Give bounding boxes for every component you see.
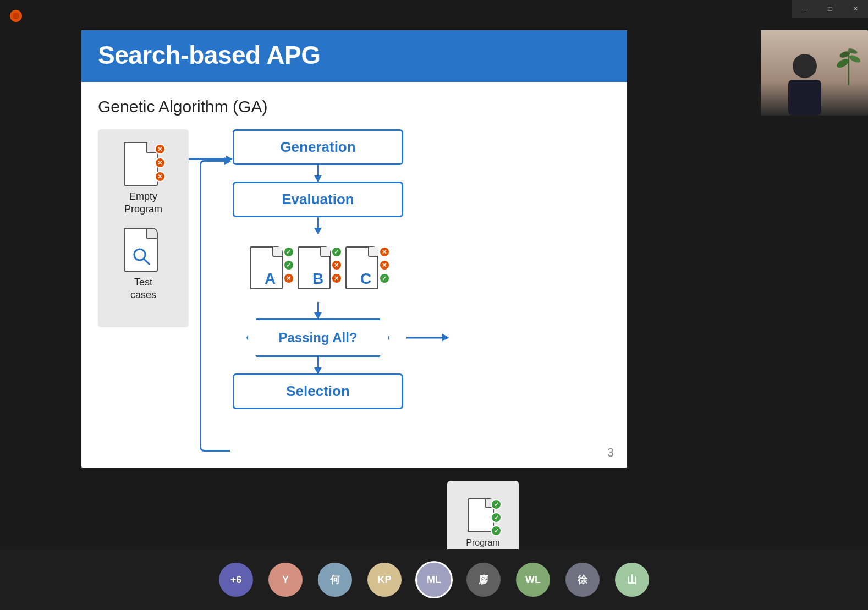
- prog-c-letter: C: [360, 270, 371, 288]
- maximize-button[interactable]: □: [817, 0, 843, 18]
- slide-header: Search-based APG: [81, 30, 627, 82]
- avatar-2-label: Y: [282, 574, 289, 586]
- passing-all-diamond: Passing All?: [246, 318, 389, 357]
- diamond-to-selection-arrow: [317, 357, 319, 373]
- program-result-label: Program: [466, 538, 499, 548]
- diagram-area: ✕ ✕ ✕ EmptyProgram: [98, 129, 611, 409]
- prog-c-x-1: ✕: [379, 246, 390, 257]
- left-panel: ✕ ✕ ✕ EmptyProgram: [98, 129, 189, 327]
- badge-x-2: ✕: [155, 157, 166, 168]
- avatar-2[interactable]: Y: [268, 563, 303, 597]
- prog-c-badges: ✕ ✕ ✓: [379, 246, 390, 284]
- person-silhouette: [777, 50, 832, 116]
- eval-to-progs-arrow: [317, 217, 319, 234]
- page-number: 3: [607, 446, 614, 460]
- slide-body: Genetic Algorithm (GA) ✕ ✕ ✕ EmptyProgra…: [81, 82, 627, 425]
- avatar-9[interactable]: 山: [615, 563, 649, 597]
- passing-to-program-arrow: [406, 337, 448, 339]
- prog-b-x-2: ✕: [331, 273, 342, 284]
- avatar-9-label: 山: [627, 573, 637, 586]
- prog-a-letter: A: [265, 270, 276, 288]
- result-badges: ✓ ✓ ✓: [491, 499, 502, 536]
- slide-subtitle: Genetic Algorithm (GA): [98, 97, 611, 116]
- gen-to-eval-arrow: [317, 165, 319, 182]
- avatar-4-label: KP: [377, 574, 391, 586]
- prog-a-check-2: ✓: [283, 260, 294, 271]
- doc-body: [124, 142, 158, 186]
- result-check-3: ✓: [491, 525, 502, 536]
- program-b-doc: B ✓ ✕ ✕: [298, 244, 339, 292]
- close-button[interactable]: ✕: [843, 0, 868, 18]
- prog-a-check-1: ✓: [283, 246, 294, 257]
- prog-b-x-1: ✕: [331, 260, 342, 271]
- prog-b-check-1: ✓: [331, 246, 342, 257]
- generation-box: Generation: [233, 129, 403, 165]
- diamond-container: Passing All? ✓ ✓ ✓: [233, 318, 403, 357]
- slide-container: Search-based APG Genetic Algorithm (GA) …: [81, 30, 627, 468]
- badge-x-3: ✕: [155, 171, 166, 182]
- program-a-doc: A ✓ ✓ ✕: [250, 244, 291, 292]
- participant-1: +6: [219, 563, 253, 597]
- participant-9: 山: [615, 563, 649, 597]
- program-result-doc-body: [468, 498, 494, 532]
- svg-point-5: [793, 54, 817, 78]
- avatar-6-label: 廖: [479, 573, 488, 586]
- svg-point-2: [848, 54, 861, 64]
- participant-7: WL: [516, 563, 550, 597]
- empty-program-icon: ✕ ✕ ✕: [124, 139, 163, 186]
- prog-c-check-1: ✓: [379, 273, 390, 284]
- avatar-1-label: +6: [230, 574, 242, 586]
- avatar-6[interactable]: 廖: [466, 563, 501, 597]
- svg-line-8: [144, 259, 149, 264]
- prog-a-badges: ✓ ✓ ✕: [283, 246, 294, 284]
- minimize-button[interactable]: —: [792, 0, 817, 18]
- progs-to-diamond-arrow: [317, 302, 319, 318]
- left-arrow-container: [189, 142, 233, 186]
- participant-bar: +6 Y 何 KP ML 廖 WL 徐 山: [0, 549, 868, 610]
- svg-marker-10: [226, 156, 233, 162]
- participant-2: Y: [268, 563, 303, 597]
- participant-3: 何: [318, 563, 352, 597]
- left-to-gen-arrow: [189, 155, 233, 163]
- participant-6: 廖: [466, 563, 501, 597]
- prog-c-x-2: ✕: [379, 260, 390, 271]
- test-cases-label: Testcases: [130, 276, 156, 301]
- prog-a-x-1: ✕: [283, 273, 294, 284]
- flow-column: Generation Evaluation A ✓ ✓: [233, 129, 403, 409]
- empty-program-label: EmptyProgram: [124, 190, 162, 215]
- participant-4: KP: [367, 563, 402, 597]
- webcam-person: [761, 30, 868, 116]
- slide-title: Search-based APG: [98, 40, 611, 70]
- badge-x-1: ✕: [155, 144, 166, 155]
- webcam-feed: [761, 30, 868, 116]
- test-cases-icon: [124, 225, 163, 272]
- programs-row: A ✓ ✓ ✕ B ✓ ✕ ✕: [250, 244, 387, 292]
- svg-rect-6: [788, 80, 821, 116]
- avatar-3[interactable]: 何: [318, 563, 352, 597]
- search-doc-body: [124, 228, 158, 272]
- avatar-3-label: 何: [330, 573, 340, 586]
- participant-5: ML: [417, 563, 451, 597]
- plant-decoration: [835, 36, 862, 85]
- passing-all-text: Passing All?: [278, 330, 357, 345]
- avatar-4[interactable]: KP: [367, 563, 402, 597]
- result-check-2: ✓: [491, 512, 502, 523]
- selection-box: Selection: [233, 373, 403, 409]
- prog-b-badges: ✓ ✕ ✕: [331, 246, 342, 284]
- back-arrow: [200, 160, 230, 452]
- prog-b-letter: B: [312, 270, 323, 288]
- participant-8: 徐: [565, 563, 600, 597]
- avatar-7-label: WL: [525, 574, 541, 586]
- window-controls: — □ ✕: [792, 0, 868, 18]
- result-check-1: ✓: [491, 499, 502, 510]
- svg-point-1: [836, 57, 850, 69]
- avatar-5-label: ML: [427, 574, 441, 586]
- record-indicator: [10, 10, 22, 22]
- program-c-doc: C ✕ ✕ ✓: [345, 244, 387, 292]
- empty-program-section: ✕ ✕ ✕ EmptyProgram: [124, 139, 163, 215]
- avatar-8[interactable]: 徐: [565, 563, 600, 597]
- avatar-1[interactable]: +6: [219, 563, 253, 597]
- avatar-7[interactable]: WL: [516, 563, 550, 597]
- search-svg: [130, 245, 151, 266]
- avatar-5[interactable]: ML: [417, 563, 451, 597]
